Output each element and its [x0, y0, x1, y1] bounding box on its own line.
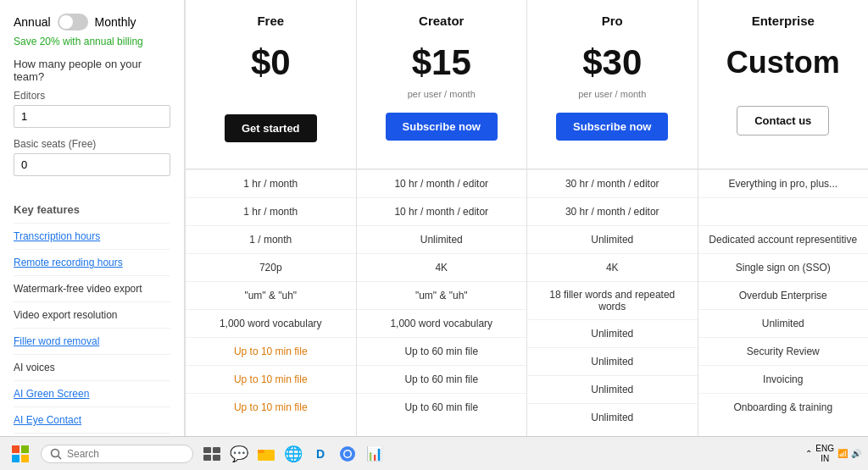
- creator-feature-1: 10 hr / month / editor: [357, 169, 527, 197]
- editors-input[interactable]: 1: [14, 105, 170, 128]
- powerpoint-button[interactable]: 📊: [363, 442, 387, 466]
- free-feature-9: Up to 10 min file: [186, 393, 356, 421]
- team-question: How many people on your team?: [14, 58, 170, 83]
- feature-transcription-hours[interactable]: Transcription hours: [14, 223, 170, 249]
- pro-feature-7: Unlimited: [527, 347, 698, 375]
- free-feature-2: 1 hr / month: [186, 197, 356, 225]
- free-feature-3: 1 / month: [186, 225, 356, 253]
- plan-creator-header: Creator $15 per user / month Subscribe n…: [357, 0, 527, 169]
- free-feature-8: Up to 10 min file: [186, 365, 356, 393]
- feature-ai-green-screen[interactable]: AI Green Screen: [14, 380, 170, 406]
- plan-free-price: $0: [251, 45, 291, 80]
- language-indicator: ENG IN: [815, 444, 834, 464]
- plan-enterprise-name: Enterprise: [752, 14, 815, 28]
- billing-toggle-switch[interactable]: [58, 14, 88, 30]
- plan-enterprise: Enterprise Custom Contact us Everything …: [698, 0, 869, 436]
- svg-rect-1: [21, 445, 29, 453]
- feature-remote-recording[interactable]: Remote recording hours: [14, 249, 170, 275]
- annual-label: Annual: [14, 15, 51, 29]
- enterprise-feature-8: Invoicing: [698, 365, 869, 393]
- svg-rect-9: [213, 455, 220, 461]
- free-feature-1: 1 hr / month: [186, 169, 356, 197]
- plan-free-features: 1 hr / month 1 hr / month 1 / month 720p…: [186, 169, 356, 436]
- dell-button[interactable]: D: [309, 442, 332, 466]
- system-tray-icons: ⌃ ENG IN 📶 🔊: [805, 444, 861, 464]
- svg-point-4: [52, 449, 59, 456]
- file-explorer-button[interactable]: [254, 442, 278, 466]
- plan-creator-name: Creator: [419, 14, 464, 28]
- creator-feature-2: 10 hr / month / editor: [357, 197, 527, 225]
- feature-resolution: Video export resolution: [14, 301, 170, 328]
- basic-seats-input[interactable]: 0: [14, 153, 170, 176]
- plan-pro-header: Pro $30 per user / month Subscribe now: [527, 0, 698, 169]
- feature-ai-eye-contact[interactable]: AI Eye Contact: [14, 406, 170, 433]
- svg-rect-3: [21, 455, 29, 462]
- plan-pro-price: $30: [582, 45, 642, 80]
- system-tray: ⌃ ENG IN 📶 🔊: [805, 444, 861, 464]
- plan-pro: Pro $30 per user / month Subscribe now 3…: [526, 0, 698, 436]
- plan-creator-price: $15: [412, 45, 471, 80]
- billing-toggle[interactable]: Annual Monthly: [14, 14, 170, 30]
- taskbar: 💬 🌐 D 📊 ⌃ ENG IN 📶 🔊: [0, 436, 868, 470]
- creator-feature-7: Up to 60 min file: [357, 337, 527, 365]
- editors-label: Editors: [14, 90, 170, 102]
- enterprise-feature-3: Dedicated account representitive: [698, 225, 869, 253]
- plan-free-header: Free $0 Get started: [186, 0, 356, 169]
- pro-feature-9: Unlimited: [527, 403, 698, 431]
- free-feature-6: 1,000 word vocabulary: [186, 309, 356, 337]
- get-started-button[interactable]: Get started: [225, 114, 317, 142]
- creator-subscribe-button[interactable]: Subscribe now: [386, 113, 498, 141]
- creator-feature-9: Up to 60 min file: [357, 393, 527, 421]
- enterprise-feature-2: [698, 197, 869, 225]
- search-icon: [50, 448, 62, 460]
- plan-pro-name: Pro: [602, 14, 623, 28]
- plan-free: Free $0 Get started 1 hr / month 1 hr / …: [185, 0, 356, 436]
- free-feature-4: 720p: [186, 253, 356, 281]
- plan-creator: Creator $15 per user / month Subscribe n…: [356, 0, 527, 436]
- windows-start-button[interactable]: [7, 440, 34, 467]
- creator-feature-5: "um" & "uh": [357, 281, 527, 309]
- creator-feature-6: 1,000 word vocabulary: [357, 309, 527, 337]
- plan-pro-price-sub: per user / month: [578, 89, 646, 99]
- svg-rect-8: [203, 455, 211, 461]
- svg-rect-6: [203, 447, 211, 453]
- plan-pro-features: 30 hr / month / editor 30 hr / month / e…: [527, 169, 698, 436]
- volume-icon[interactable]: 🔊: [851, 449, 861, 458]
- svg-line-5: [58, 456, 62, 459]
- search-input[interactable]: [67, 448, 169, 460]
- svg-rect-2: [12, 455, 19, 462]
- plan-creator-features: 10 hr / month / editor 10 hr / month / e…: [357, 169, 527, 436]
- contact-us-button[interactable]: Contact us: [737, 106, 829, 135]
- sidebar: Annual Monthly Save 20% with annual bill…: [0, 0, 185, 436]
- save-text: Save 20% with annual billing: [14, 36, 170, 47]
- wifi-icon[interactable]: 📶: [837, 449, 848, 458]
- feature-watermark: Watermark-free video export: [14, 275, 170, 301]
- pro-feature-4: 4K: [527, 253, 698, 281]
- free-feature-7: Up to 10 min file: [186, 337, 356, 365]
- pro-feature-1: 30 hr / month / editor: [527, 169, 698, 197]
- pro-feature-2: 30 hr / month / editor: [527, 197, 698, 225]
- enterprise-feature-1: Everything in pro, plus...: [698, 169, 869, 197]
- search-bar[interactable]: [41, 445, 193, 463]
- edge-button[interactable]: 🌐: [281, 442, 305, 466]
- plan-creator-price-sub: per user / month: [408, 89, 476, 99]
- chevron-up-icon[interactable]: ⌃: [805, 449, 812, 458]
- feature-filler-word[interactable]: Filler word removal: [14, 328, 170, 354]
- svg-rect-0: [12, 445, 19, 453]
- svg-rect-11: [258, 450, 264, 453]
- plan-enterprise-price: Custom: [726, 45, 840, 80]
- pro-subscribe-button[interactable]: Subscribe now: [556, 113, 668, 141]
- creator-feature-3: Unlimited: [357, 225, 527, 253]
- plan-enterprise-header: Enterprise Custom Contact us: [698, 0, 869, 169]
- chat-icon-button[interactable]: 💬: [227, 442, 251, 466]
- feature-list: Transcription hours Remote recording hou…: [14, 223, 170, 436]
- enterprise-feature-5: Overdub Enterprise: [698, 281, 869, 309]
- chrome-button[interactable]: [336, 442, 359, 466]
- pro-feature-5: 18 filler words and repeated words: [527, 281, 698, 319]
- basic-seats-label: Basic seats (Free): [14, 138, 170, 150]
- svg-rect-7: [213, 447, 220, 453]
- enterprise-feature-7: Security Review: [698, 337, 869, 365]
- pricing-area: Free $0 Get started 1 hr / month 1 hr / …: [185, 0, 868, 436]
- plan-free-name: Free: [257, 14, 284, 28]
- task-view-button[interactable]: [200, 442, 224, 466]
